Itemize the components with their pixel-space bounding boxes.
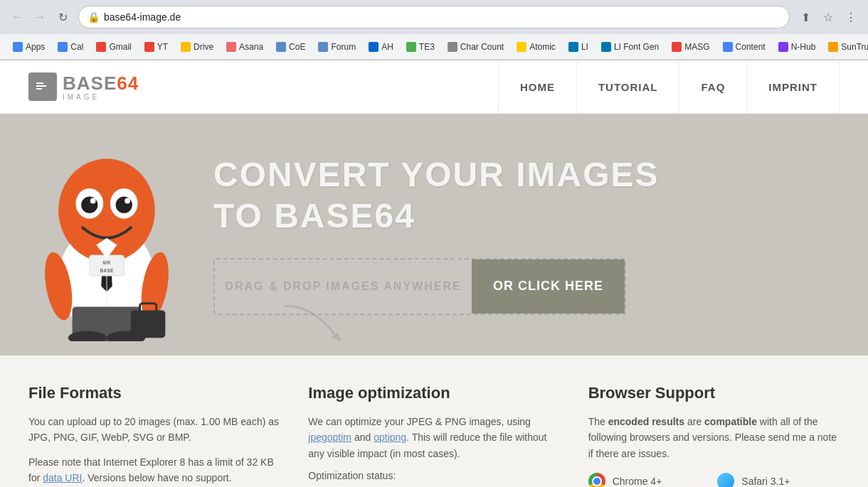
svg-point-20 <box>125 198 130 204</box>
logo-main: BASE64 <box>63 73 139 95</box>
bookmark-cal[interactable]: Cal <box>52 40 89 54</box>
logo-sub: IMAGE <box>63 93 139 101</box>
bookmark-masg[interactable]: MASG <box>666 40 715 54</box>
svg-rect-1 <box>36 82 43 84</box>
jpegoptim-link[interactable]: jpegoptim <box>308 432 351 443</box>
bookmark-nhub-label: N-Hub <box>791 42 816 52</box>
nav-links: HOME TUTORIAL FAQ IMPRINT <box>498 60 840 114</box>
bookmarks-bar: Apps Cal Gmail YT Drive Asana CoE Forum <box>0 34 868 60</box>
hero-title-line2: TO BASE64 <box>213 196 660 237</box>
click-here-button[interactable]: OR CLICK HERE <box>472 259 625 314</box>
file-formats-para1: You can upload up to 20 images (max. 1.0… <box>28 414 280 446</box>
bookmark-coe[interactable]: CoE <box>270 40 311 54</box>
bookmark-drive-label: Drive <box>194 42 213 52</box>
bookmark-asana-label: Asana <box>239 42 263 52</box>
bookmark-coe-label: CoE <box>289 42 305 52</box>
browser-chrome-row: Chrome 4+ <box>588 473 711 487</box>
nav-faq[interactable]: FAQ <box>679 60 747 114</box>
svg-rect-3 <box>36 88 42 90</box>
bookmark-content-label: Content <box>736 42 766 52</box>
mascot-svg: MR BASE <box>21 121 192 341</box>
bookmark-star-button[interactable]: ☆ <box>818 7 838 27</box>
hero-title: CONVERT YOUR IMAGES TO BASE64 <box>213 154 660 236</box>
bookmark-asana[interactable]: Asana <box>221 40 269 54</box>
bookmark-charcount[interactable]: Char Count <box>442 40 509 54</box>
svg-point-18 <box>116 197 132 213</box>
bookmark-nhub[interactable]: N-Hub <box>773 40 822 54</box>
svg-marker-26 <box>331 333 342 341</box>
bookmark-forum-label: Forum <box>331 42 356 52</box>
bookmark-apps-label: Apps <box>26 42 45 52</box>
chrome-icon <box>588 473 605 487</box>
image-optimization-col: Image optimization We can optimize your … <box>308 384 559 487</box>
svg-point-17 <box>81 197 97 213</box>
nav-home[interactable]: HOME <box>498 60 577 114</box>
bookmark-ah-label: AH <box>381 42 393 52</box>
bookmark-gmail-label: Gmail <box>109 42 131 52</box>
forward-button[interactable]: → <box>30 7 50 27</box>
mascot-area: MR BASE <box>0 121 213 348</box>
refresh-button[interactable]: ↻ <box>53 7 73 27</box>
browser-support-title: Browser Support <box>588 384 840 402</box>
toolbar-icons: ⬆ ☆ ⋮ <box>795 7 861 27</box>
image-optimization-title: Image optimization <box>308 384 559 402</box>
website: BASE64 IMAGE HOME TUTORIAL FAQ IMPRINT <box>0 60 868 487</box>
hero-title-line1: CONVERT YOUR IMAGES <box>213 154 660 196</box>
data-uri-link[interactable]: data URI <box>43 472 82 483</box>
file-formats-title: File Formats <box>28 384 280 402</box>
bookmark-apps[interactable]: Apps <box>7 40 51 54</box>
safari-icon <box>717 473 734 487</box>
chrome-label: Chrome 4+ <box>613 476 662 487</box>
bookmark-suntrust[interactable]: SunTrust <box>822 40 868 54</box>
bookmark-te3-label: TE3 <box>419 42 435 52</box>
bookmark-ah[interactable]: AH <box>363 40 399 54</box>
status-label: Optimization status: <box>308 470 559 481</box>
bookmark-atomic[interactable]: Atomic <box>511 40 561 54</box>
upload-box[interactable]: DRAG & DROP IMAGES ANYWHERE OR CLICK HER… <box>213 258 626 315</box>
optimization-status: Optimization status: enabled disabled <box>308 470 559 487</box>
nav-imprint[interactable]: IMPRINT <box>747 60 840 114</box>
site-logo: BASE64 IMAGE <box>28 73 139 101</box>
bookmark-te3[interactable]: TE3 <box>401 40 440 54</box>
info-section: File Formats You can upload up to 20 ima… <box>0 355 868 487</box>
logo-icon <box>28 73 57 101</box>
bookmark-content[interactable]: Content <box>717 40 771 54</box>
svg-rect-12 <box>131 310 165 338</box>
site-nav: BASE64 IMAGE HOME TUTORIAL FAQ IMPRINT <box>0 60 868 114</box>
bookmark-charcount-label: Char Count <box>460 42 504 52</box>
image-optimization-para1: We can optimize your JPEG & PNG images, … <box>308 414 559 461</box>
browser-support-desc: The encoded results are compatible with … <box>588 414 840 461</box>
bookmark-suntrust-label: SunTrust <box>841 42 868 52</box>
hero-section: MR BASE CONVERT YOUR IMAGES TO BASE64 DR… <box>0 114 868 355</box>
bookmark-masg-label: MASG <box>684 42 709 52</box>
bookmark-yt-label: YT <box>157 42 168 52</box>
share-button[interactable]: ⬆ <box>795 7 815 27</box>
lock-icon: 🔒 <box>88 11 100 23</box>
arrow-decoration <box>277 299 349 341</box>
safari-label: Safari 3.1+ <box>741 476 790 487</box>
bookmark-li-font-gen[interactable]: LI Font Gen <box>596 40 665 54</box>
bookmark-drive[interactable]: Drive <box>175 40 219 54</box>
bookmark-forum[interactable]: Forum <box>312 40 361 54</box>
back-button[interactable]: ← <box>7 7 27 27</box>
svg-point-19 <box>90 198 96 204</box>
logo-text-wrap: BASE64 IMAGE <box>63 73 139 101</box>
browser-chrome: ← → ↻ 🔒 base64-image.de ⬆ ☆ ⋮ Apps Cal G… <box>0 0 868 60</box>
bookmark-yt[interactable]: YT <box>139 40 174 54</box>
browser-safari-row: Safari 3.1+ <box>717 473 840 487</box>
bookmark-li-label: LI <box>581 42 588 52</box>
nav-buttons: ← → ↻ <box>7 7 73 27</box>
nav-tutorial[interactable]: TUTORIAL <box>577 60 680 114</box>
browser-support-col: Browser Support The encoded results are … <box>588 384 840 487</box>
file-formats-col: File Formats You can upload up to 20 ima… <box>28 384 280 487</box>
more-options-button[interactable]: ⋮ <box>841 7 861 27</box>
browser-toolbar: ← → ↻ 🔒 base64-image.de ⬆ ☆ ⋮ <box>0 0 868 34</box>
address-bar[interactable]: 🔒 base64-image.de <box>78 6 790 28</box>
bookmark-gmail[interactable]: Gmail <box>90 40 137 54</box>
svg-rect-2 <box>36 85 46 87</box>
bookmark-cal-label: Cal <box>70 42 83 52</box>
optipng-link[interactable]: optipng <box>374 432 406 443</box>
address-text: base64-image.de <box>104 11 780 23</box>
bookmark-li[interactable]: LI <box>563 40 594 54</box>
bookmark-atomic-label: Atomic <box>529 42 556 52</box>
